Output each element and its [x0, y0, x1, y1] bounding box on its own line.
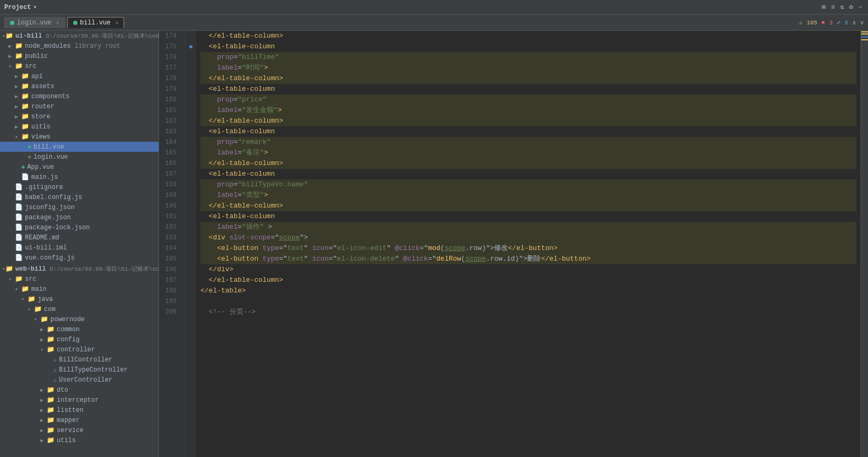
gutter-mark-175	[189, 45, 192, 48]
code-line-198: </el-table>	[200, 286, 856, 296]
tab-close-login[interactable]: ✕	[56, 20, 59, 26]
code-editor[interactable]: </el-table-column> <el-table-column prop…	[196, 31, 861, 457]
editor-warnings: ⚠ 105 ✖ 3 ✔ 6 ∧ ∨	[799, 19, 864, 26]
sidebar-item-router[interactable]: ▶ 📁 router	[0, 101, 159, 111]
sidebar-label-main-js: main.js	[31, 174, 58, 181]
project-label[interactable]: Project	[4, 4, 31, 11]
ln-180: 180	[159, 94, 181, 105]
project-header: Project ▾ ⊞ ≡ ⇅ ⚙ −	[0, 0, 868, 15]
sidebar-item-app-vue[interactable]: ▶ ◈ App.vue	[0, 162, 159, 172]
sidebar-item-iml[interactable]: ▶ 📄 ui-bill.iml	[0, 243, 159, 253]
sidebar-label-service: service	[57, 427, 83, 434]
folder-icon-web-src: 📁	[15, 275, 23, 283]
sidebar-item-login-vue[interactable]: ▶ ◈ login.vue	[0, 152, 159, 162]
toolbar-icon-3[interactable]: ⇅	[840, 3, 844, 11]
tab-bill-vue[interactable]: bill.vue ✕	[67, 17, 125, 28]
code-line-187: <el-table-column	[200, 169, 856, 179]
arrow-web-main: ▾	[15, 286, 21, 292]
sidebar-item-utils-web[interactable]: ▶ 📁 utils	[0, 435, 159, 445]
project-dropdown-icon[interactable]: ▾	[33, 3, 37, 11]
sidebar-label-node-modules: node_modules library root	[25, 42, 120, 50]
sidebar-item-node-modules[interactable]: ▶ 📁 node_modules library root	[0, 41, 159, 51]
code-line-175: <el-table-column	[200, 41, 856, 52]
sidebar-item-readme[interactable]: ▶ 📄 README.md	[0, 232, 159, 243]
code-line-200: <!-- 分页-->	[200, 307, 856, 317]
sidebar-item-src[interactable]: ▾ 📁 src	[0, 61, 159, 71]
folder-icon-router: 📁	[21, 102, 29, 110]
gitignore-icon: 📄	[15, 183, 23, 191]
sidebar-item-common[interactable]: ▶ 📁 common	[0, 324, 159, 334]
sidebar-item-main-js[interactable]: ▶ 📄 main.js	[0, 172, 159, 182]
code-content[interactable]: 174 175 176 177 178 179 180 181 182 183 …	[159, 31, 868, 457]
folder-icon-config: 📁	[47, 335, 55, 343]
sidebar-item-listten[interactable]: ▶ 📁 listten	[0, 405, 159, 415]
toolbar-icon-5[interactable]: −	[858, 4, 862, 11]
sidebar-item-package[interactable]: ▶ 📄 package.json	[0, 212, 159, 222]
sidebar-item-web-bill[interactable]: ▾ 📁 web-bill D:/course/99.99-项目\01-记账本\c…	[0, 264, 159, 274]
java-icon-bill-controller: ☕	[53, 356, 57, 364]
sidebar-item-utils[interactable]: ▶ 📁 uitls	[0, 122, 159, 132]
sidebar-item-web-src[interactable]: ▾ 📁 src	[0, 274, 159, 284]
sidebar-item-public[interactable]: ▶ 📁 public	[0, 51, 159, 61]
sidebar-item-ui-bill[interactable]: ▾ 📁 ui-bill D:/course/99.99-项目\01-记账本\co…	[0, 31, 159, 41]
sidebar-item-dto[interactable]: ▶ 📁 dto	[0, 385, 159, 395]
folder-icon-ui-bill: 📁	[5, 32, 13, 40]
toolbar-icon-2[interactable]: ≡	[831, 4, 835, 11]
sidebar-item-api[interactable]: ▶ 📁 api	[0, 71, 159, 81]
ln-175: 175	[159, 41, 181, 52]
info-icon: ✔	[837, 19, 841, 26]
error-count: 3	[829, 20, 833, 26]
sidebar-item-user-controller[interactable]: ▶ ☕ UserController	[0, 375, 159, 385]
nav-down-icon[interactable]: ∨	[860, 19, 864, 26]
sidebar-item-web-main[interactable]: ▾ 📁 main	[0, 284, 159, 294]
ln-197: 197	[159, 275, 181, 286]
sidebar-label-bill-controller: BillController	[59, 356, 112, 364]
arrow-powernode: ▾	[34, 316, 40, 323]
nav-up-icon[interactable]: ∧	[853, 19, 856, 26]
sidebar-item-interceptor[interactable]: ▶ 📁 interceptor	[0, 395, 159, 405]
ln-195: 195	[159, 254, 181, 264]
sidebar-label-gitignore: .gitignore	[25, 184, 63, 191]
sidebar-item-store[interactable]: ▶ 📁 store	[0, 111, 159, 122]
sidebar-item-powernode[interactable]: ▾ 📁 powernode	[0, 314, 159, 324]
ln-178: 178	[159, 73, 181, 84]
java-icon-billtype-controller: ☕	[53, 366, 57, 374]
arrow-components: ▶	[15, 93, 21, 100]
toolbar-icon-4[interactable]: ⚙	[849, 3, 853, 11]
sidebar-item-mapper[interactable]: ▶ 📁 mapper	[0, 415, 159, 425]
sidebar-item-assets[interactable]: ▶ 📁 assets	[0, 81, 159, 91]
right-panel	[861, 31, 868, 457]
code-line-196: </div>	[200, 264, 856, 275]
iml-icon: 📄	[15, 244, 23, 252]
sidebar-item-config[interactable]: ▶ 📁 config	[0, 334, 159, 344]
scroll-indicator	[861, 36, 868, 38]
sidebar-item-package-lock[interactable]: ▶ 📄 package-lock.json	[0, 222, 159, 232]
sidebar-item-controller[interactable]: ▾ 📁 controller	[0, 344, 159, 355]
sidebar-item-views[interactable]: ▾ 📁 views	[0, 132, 159, 142]
toolbar-icon-1[interactable]: ⊞	[822, 3, 826, 11]
sidebar-item-babel[interactable]: ▶ 📄 babel.config.js	[0, 192, 159, 202]
code-line-182: </el-table-column>	[200, 116, 856, 126]
sidebar-item-web-com[interactable]: ▾ 📁 com	[0, 304, 159, 314]
sidebar-item-vue-config[interactable]: ▶ 📄 vue.config.js	[0, 253, 159, 263]
sidebar-label-common: common	[57, 326, 80, 333]
sidebar-item-bill-vue[interactable]: ▶ ◈ bill.vue	[0, 142, 159, 152]
code-line-177: label="时间">	[200, 63, 856, 73]
sidebar-label-listten: listten	[57, 407, 83, 414]
warning-count: 105	[806, 20, 817, 26]
sidebar-item-gitignore[interactable]: ▶ 📄 .gitignore	[0, 182, 159, 192]
sidebar-item-jsconfig[interactable]: ▶ 📄 jsconfig.json	[0, 202, 159, 212]
sidebar-item-components[interactable]: ▶ 📁 components	[0, 91, 159, 101]
tab-login-vue[interactable]: login.vue ✕	[4, 17, 65, 28]
sidebar-item-billtype-controller[interactable]: ▶ ☕ BillTypeController	[0, 365, 159, 375]
arrow-web-src: ▾	[8, 276, 15, 282]
vue-icon-bill: ◈	[28, 143, 31, 151]
sidebar-item-web-java[interactable]: ▾ 📁 java	[0, 294, 159, 304]
tab-close-bill[interactable]: ✕	[115, 20, 118, 26]
sidebar-item-bill-controller[interactable]: ▶ ☕ BillController	[0, 355, 159, 365]
tab-dot-login	[10, 21, 14, 25]
vue-icon-login: ◈	[28, 153, 31, 161]
sidebar-item-service[interactable]: ▶ 📁 service	[0, 425, 159, 435]
sidebar-label-components: components	[31, 93, 69, 100]
arrow-web-java: ▾	[21, 296, 28, 303]
